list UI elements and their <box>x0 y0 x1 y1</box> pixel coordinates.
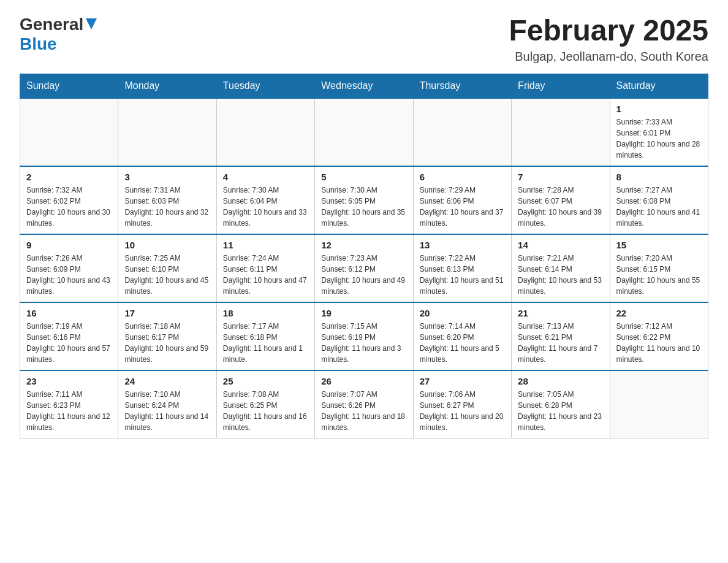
calendar-cell: 27Sunrise: 7:06 AM Sunset: 6:27 PM Dayli… <box>413 370 511 439</box>
day-info: Sunrise: 7:11 AM Sunset: 6:23 PM Dayligh… <box>26 389 112 433</box>
calendar-header-row: SundayMondayTuesdayWednesdayThursdayFrid… <box>20 74 708 98</box>
column-header-sunday: Sunday <box>20 74 118 98</box>
day-number: 23 <box>26 376 112 386</box>
column-header-saturday: Saturday <box>610 74 708 98</box>
calendar-cell: 23Sunrise: 7:11 AM Sunset: 6:23 PM Dayli… <box>20 370 118 439</box>
day-number: 20 <box>420 308 505 318</box>
day-number: 24 <box>124 376 210 386</box>
svg-marker-0 <box>86 18 97 29</box>
day-info: Sunrise: 7:05 AM Sunset: 6:28 PM Dayligh… <box>518 389 603 433</box>
day-number: 17 <box>124 308 210 318</box>
calendar-cell <box>118 98 216 166</box>
page-header: General Blue February 2025 Bulgap, Jeoll… <box>20 15 708 64</box>
calendar-cell <box>20 98 118 166</box>
calendar-cell: 20Sunrise: 7:14 AM Sunset: 6:20 PM Dayli… <box>413 302 511 370</box>
day-info: Sunrise: 7:07 AM Sunset: 6:26 PM Dayligh… <box>321 389 406 433</box>
day-info: Sunrise: 7:22 AM Sunset: 6:13 PM Dayligh… <box>420 253 505 297</box>
calendar-cell: 26Sunrise: 7:07 AM Sunset: 6:26 PM Dayli… <box>315 370 413 439</box>
day-number: 25 <box>223 376 308 386</box>
calendar-cell: 12Sunrise: 7:23 AM Sunset: 6:12 PM Dayli… <box>315 234 413 302</box>
day-number: 11 <box>223 240 308 250</box>
calendar-cell: 7Sunrise: 7:28 AM Sunset: 6:07 PM Daylig… <box>512 166 610 234</box>
calendar-cell: 21Sunrise: 7:13 AM Sunset: 6:21 PM Dayli… <box>512 302 610 370</box>
day-info: Sunrise: 7:31 AM Sunset: 6:03 PM Dayligh… <box>124 185 210 229</box>
calendar-cell: 5Sunrise: 7:30 AM Sunset: 6:05 PM Daylig… <box>315 166 413 234</box>
logo-general-text: General <box>20 15 83 34</box>
column-header-monday: Monday <box>118 74 216 98</box>
calendar-table: SundayMondayTuesdayWednesdayThursdayFrid… <box>20 74 708 439</box>
column-header-friday: Friday <box>512 74 610 98</box>
calendar-cell <box>610 370 708 439</box>
day-info: Sunrise: 7:12 AM Sunset: 6:22 PM Dayligh… <box>616 321 702 365</box>
day-number: 26 <box>321 376 406 386</box>
month-title: February 2025 <box>509 15 708 47</box>
day-number: 8 <box>616 172 702 182</box>
day-info: Sunrise: 7:27 AM Sunset: 6:08 PM Dayligh… <box>616 185 702 229</box>
day-info: Sunrise: 7:23 AM Sunset: 6:12 PM Dayligh… <box>321 253 406 297</box>
day-info: Sunrise: 7:18 AM Sunset: 6:17 PM Dayligh… <box>124 321 210 365</box>
day-number: 19 <box>321 308 406 318</box>
location-subtitle: Bulgap, Jeollanam-do, South Korea <box>509 50 708 64</box>
day-number: 6 <box>420 172 505 182</box>
calendar-cell: 25Sunrise: 7:08 AM Sunset: 6:25 PM Dayli… <box>216 370 314 439</box>
day-number: 4 <box>223 172 308 182</box>
day-info: Sunrise: 7:17 AM Sunset: 6:18 PM Dayligh… <box>223 321 308 365</box>
calendar-cell: 1Sunrise: 7:33 AM Sunset: 6:01 PM Daylig… <box>610 98 708 166</box>
day-number: 5 <box>321 172 406 182</box>
day-info: Sunrise: 7:20 AM Sunset: 6:15 PM Dayligh… <box>616 253 702 297</box>
day-number: 9 <box>26 240 112 250</box>
day-number: 3 <box>124 172 210 182</box>
day-info: Sunrise: 7:19 AM Sunset: 6:16 PM Dayligh… <box>26 321 112 365</box>
week-row-3: 9Sunrise: 7:26 AM Sunset: 6:09 PM Daylig… <box>20 234 708 302</box>
day-info: Sunrise: 7:21 AM Sunset: 6:14 PM Dayligh… <box>518 253 603 297</box>
day-number: 15 <box>616 240 702 250</box>
calendar-cell <box>413 98 511 166</box>
calendar-cell <box>216 98 314 166</box>
calendar-cell: 28Sunrise: 7:05 AM Sunset: 6:28 PM Dayli… <box>512 370 610 439</box>
day-number: 2 <box>26 172 112 182</box>
calendar-cell: 11Sunrise: 7:24 AM Sunset: 6:11 PM Dayli… <box>216 234 314 302</box>
day-number: 10 <box>124 240 210 250</box>
day-info: Sunrise: 7:28 AM Sunset: 6:07 PM Dayligh… <box>518 185 603 229</box>
day-number: 21 <box>518 308 603 318</box>
day-number: 27 <box>420 376 505 386</box>
week-row-5: 23Sunrise: 7:11 AM Sunset: 6:23 PM Dayli… <box>20 370 708 439</box>
week-row-4: 16Sunrise: 7:19 AM Sunset: 6:16 PM Dayli… <box>20 302 708 370</box>
calendar-cell: 3Sunrise: 7:31 AM Sunset: 6:03 PM Daylig… <box>118 166 216 234</box>
day-number: 22 <box>616 308 702 318</box>
day-number: 14 <box>518 240 603 250</box>
calendar-cell: 15Sunrise: 7:20 AM Sunset: 6:15 PM Dayli… <box>610 234 708 302</box>
calendar-cell: 13Sunrise: 7:22 AM Sunset: 6:13 PM Dayli… <box>413 234 511 302</box>
day-info: Sunrise: 7:26 AM Sunset: 6:09 PM Dayligh… <box>26 253 112 297</box>
column-header-tuesday: Tuesday <box>216 74 314 98</box>
day-info: Sunrise: 7:30 AM Sunset: 6:04 PM Dayligh… <box>223 185 308 229</box>
day-info: Sunrise: 7:30 AM Sunset: 6:05 PM Dayligh… <box>321 185 406 229</box>
logo: General Blue <box>20 15 97 54</box>
day-info: Sunrise: 7:08 AM Sunset: 6:25 PM Dayligh… <box>223 389 308 433</box>
day-number: 18 <box>223 308 308 318</box>
calendar-cell: 10Sunrise: 7:25 AM Sunset: 6:10 PM Dayli… <box>118 234 216 302</box>
day-info: Sunrise: 7:10 AM Sunset: 6:24 PM Dayligh… <box>124 389 210 433</box>
day-number: 16 <box>26 308 112 318</box>
calendar-cell: 4Sunrise: 7:30 AM Sunset: 6:04 PM Daylig… <box>216 166 314 234</box>
day-info: Sunrise: 7:32 AM Sunset: 6:02 PM Dayligh… <box>26 185 112 229</box>
day-info: Sunrise: 7:24 AM Sunset: 6:11 PM Dayligh… <box>223 253 308 297</box>
column-header-wednesday: Wednesday <box>315 74 413 98</box>
logo-blue-text: Blue <box>20 34 57 53</box>
calendar-cell <box>315 98 413 166</box>
calendar-cell: 2Sunrise: 7:32 AM Sunset: 6:02 PM Daylig… <box>20 166 118 234</box>
calendar-cell: 18Sunrise: 7:17 AM Sunset: 6:18 PM Dayli… <box>216 302 314 370</box>
day-info: Sunrise: 7:13 AM Sunset: 6:21 PM Dayligh… <box>518 321 603 365</box>
day-number: 7 <box>518 172 603 182</box>
calendar-cell: 14Sunrise: 7:21 AM Sunset: 6:14 PM Dayli… <box>512 234 610 302</box>
week-row-2: 2Sunrise: 7:32 AM Sunset: 6:02 PM Daylig… <box>20 166 708 234</box>
logo-triangle-icon <box>86 18 97 32</box>
day-number: 28 <box>518 376 603 386</box>
calendar-cell: 6Sunrise: 7:29 AM Sunset: 6:06 PM Daylig… <box>413 166 511 234</box>
column-header-thursday: Thursday <box>413 74 511 98</box>
calendar-cell <box>512 98 610 166</box>
calendar-cell: 22Sunrise: 7:12 AM Sunset: 6:22 PM Dayli… <box>610 302 708 370</box>
day-number: 12 <box>321 240 406 250</box>
day-info: Sunrise: 7:33 AM Sunset: 6:01 PM Dayligh… <box>616 117 702 161</box>
day-number: 13 <box>420 240 505 250</box>
